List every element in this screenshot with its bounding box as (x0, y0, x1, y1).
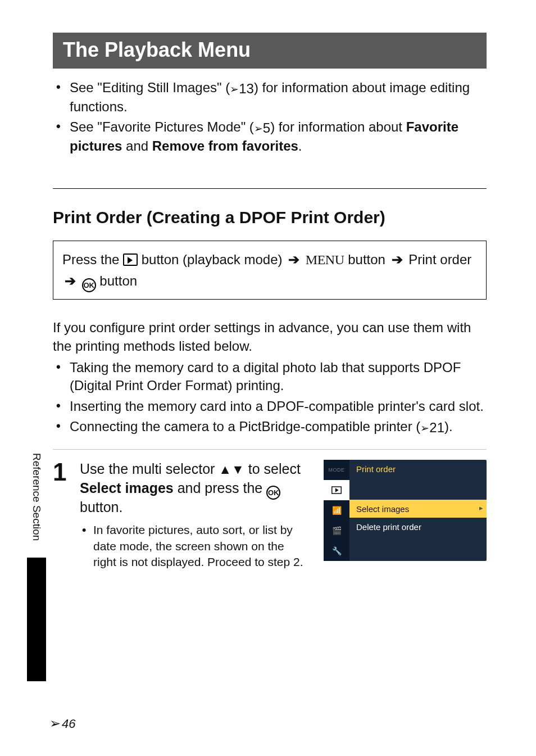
ok-icon: OK (266, 486, 280, 500)
method-bullet: Connecting the camera to a PictBridge-co… (53, 418, 487, 437)
text: to select (244, 461, 301, 477)
text: button (99, 273, 137, 288)
up-down-icon: ▲▼ (219, 462, 244, 477)
screen-tab-movie[interactable]: 🎬 (324, 520, 349, 541)
text: Print order (405, 252, 472, 267)
divider (53, 188, 487, 189)
text: button. (80, 499, 122, 515)
text: and (122, 138, 152, 153)
side-section-label: Reference Section (30, 453, 43, 541)
screen-main: Print order Select images Delete print o… (349, 460, 487, 561)
text: See "Editing Still Images" ( (70, 80, 230, 95)
ok-icon: OK (82, 278, 96, 292)
screen-tab-antenna[interactable]: 📶 (324, 500, 349, 520)
playback-icon (123, 253, 138, 266)
screen-title: Print order (349, 460, 487, 476)
camera-screen: MODE 📶 🎬 🔧 Print order Select images Del… (324, 460, 487, 561)
text: Use the multi selector (80, 461, 219, 477)
text: See "Favorite Pictures Mode" ( (70, 119, 254, 134)
intro-bullet-1: See "Editing Still Images" (➢13) for inf… (53, 79, 487, 116)
text: ) for information about (270, 119, 406, 134)
page-footer: ➢46 (49, 716, 75, 731)
playback-icon (331, 486, 342, 494)
screen-tab-setup[interactable]: 🔧 (324, 541, 349, 561)
arrow-icon: ➔ (65, 273, 76, 288)
text: Connecting the camera to a PictBridge-co… (70, 419, 420, 434)
screen-tab-playback[interactable] (324, 480, 349, 500)
xref-num: 21 (429, 419, 444, 437)
text: . (298, 138, 302, 153)
text: and press the (174, 480, 266, 496)
text: ). (444, 419, 453, 434)
step-1: 1 Use the multi selector ▲▼ to select Se… (53, 449, 487, 570)
method-list: Taking the memory card to a digital phot… (53, 359, 487, 437)
step-sub-list: In favorite pictures, auto sort, or list… (80, 522, 307, 570)
screen-menu-item[interactable]: Delete print order (349, 518, 487, 536)
press-path-box: Press the button (playback mode) ➔ MENU … (53, 241, 487, 300)
text: button (344, 252, 389, 267)
xref-icon: ➢13 (230, 80, 254, 98)
page-number: 46 (62, 717, 75, 731)
side-tab (27, 558, 46, 681)
xref-icon: ➢5 (254, 119, 270, 137)
text: button (playback mode) (138, 252, 286, 267)
intro-bullet-2: See "Favorite Pictures Mode" (➢5) for in… (53, 118, 487, 155)
screen-tab-strip: MODE 📶 🎬 🔧 (324, 460, 349, 561)
step-sub-bullet: In favorite pictures, auto sort, or list… (80, 522, 307, 570)
xref-num: 13 (239, 80, 254, 98)
arrow-icon: ➔ (288, 252, 299, 267)
step-heading: Use the multi selector ▲▼ to select Sele… (80, 460, 307, 517)
xref-num: 5 (263, 119, 270, 137)
text: Press the (62, 252, 123, 267)
bold-text: Select images (80, 480, 174, 496)
paragraph: If you configure print order settings in… (53, 319, 487, 355)
arrow-icon: ➔ (392, 252, 403, 267)
intro-list: See "Editing Still Images" (➢13) for inf… (53, 79, 487, 156)
method-bullet: Inserting the memory card into a DPOF-co… (53, 397, 487, 415)
step-number: 1 (53, 460, 80, 485)
xref-icon: ➢21 (420, 419, 444, 437)
screen-tab-mode[interactable]: MODE (324, 460, 349, 480)
svg-marker-1 (335, 488, 339, 492)
menu-glyph: MENU (306, 252, 344, 267)
screen-menu-item[interactable]: Select images (349, 500, 487, 518)
section-heading: Print Order (Creating a DPOF Print Order… (53, 208, 487, 227)
footer-icon: ➢ (49, 716, 61, 731)
page-title: The Playback Menu (53, 33, 487, 69)
method-bullet: Taking the memory card to a digital phot… (53, 359, 487, 395)
bold-text: Remove from favorites (152, 138, 298, 153)
